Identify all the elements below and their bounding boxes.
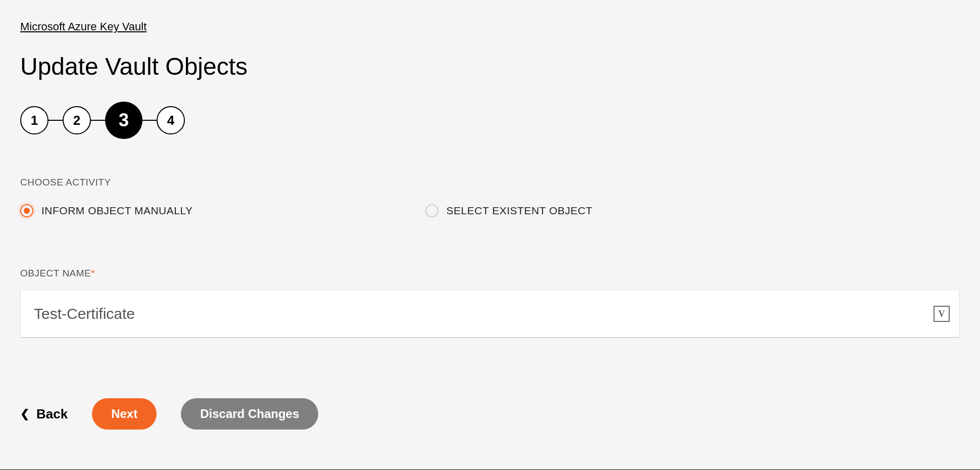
object-name-label: OBJECT NAME* xyxy=(20,268,960,279)
step-1[interactable]: 1 xyxy=(20,106,48,134)
radio-select-existent[interactable]: SELECT EXISTENT OBJECT xyxy=(425,204,593,217)
required-asterisk: * xyxy=(91,268,95,278)
activity-radio-group: INFORM OBJECT MANUALLY SELECT EXISTENT O… xyxy=(20,204,960,217)
footer-actions: ❮ Back Next Discard Changes xyxy=(20,398,960,430)
step-3[interactable]: 3 xyxy=(105,102,142,139)
breadcrumb-link[interactable]: Microsoft Azure Key Vault xyxy=(20,20,146,33)
radio-inform-manually[interactable]: INFORM OBJECT MANUALLY xyxy=(20,204,193,217)
discard-button[interactable]: Discard Changes xyxy=(181,398,318,430)
back-button-label: Back xyxy=(36,406,68,422)
page-title: Update Vault Objects xyxy=(20,53,960,80)
object-name-input[interactable] xyxy=(20,290,960,338)
step-connector xyxy=(48,120,63,121)
next-button[interactable]: Next xyxy=(92,398,157,430)
step-connector xyxy=(91,120,105,121)
back-button[interactable]: ❮ Back xyxy=(20,406,68,422)
radio-indicator xyxy=(20,204,33,217)
chevron-left-icon: ❮ xyxy=(20,408,29,419)
variable-icon[interactable]: V xyxy=(934,306,950,322)
object-name-label-text: OBJECT NAME xyxy=(20,268,91,278)
choose-activity-label: CHOOSE ACTIVITY xyxy=(20,177,960,188)
stepper: 1 2 3 4 xyxy=(20,102,960,139)
object-name-input-wrap: V xyxy=(20,290,960,338)
radio-label: SELECT EXISTENT OBJECT xyxy=(447,205,593,217)
step-connector xyxy=(142,120,157,121)
step-4[interactable]: 4 xyxy=(157,106,185,134)
radio-label: INFORM OBJECT MANUALLY xyxy=(41,205,193,217)
step-2[interactable]: 2 xyxy=(63,106,91,134)
radio-indicator xyxy=(425,204,438,217)
